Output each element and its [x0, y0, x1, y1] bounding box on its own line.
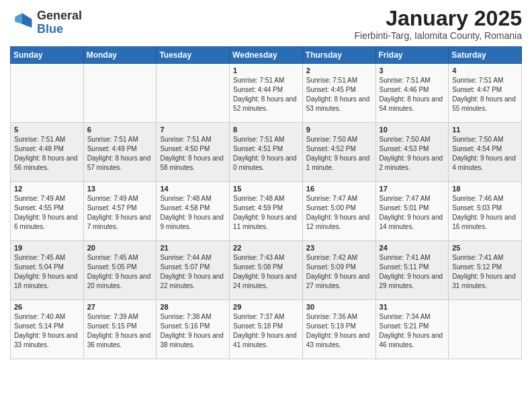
calendar-cell: 21Sunrise: 7:44 AMSunset: 5:07 PMDayligh…	[157, 241, 230, 300]
logo: General Blue	[10, 9, 82, 36]
day-number: 21	[160, 244, 226, 252]
weekday-header-sunday: Sunday	[11, 47, 84, 64]
day-content: Sunrise: 7:39 AMSunset: 5:15 PMDaylight:…	[87, 312, 153, 350]
day-number: 25	[452, 244, 518, 252]
calendar-week-4: 19Sunrise: 7:45 AMSunset: 5:04 PMDayligh…	[11, 241, 522, 300]
day-content: Sunrise: 7:37 AMSunset: 5:18 PMDaylight:…	[233, 312, 299, 350]
calendar-cell: 11Sunrise: 7:50 AMSunset: 4:54 PMDayligh…	[449, 123, 522, 182]
day-number: 17	[380, 185, 445, 193]
weekday-header-wednesday: Wednesday	[230, 47, 303, 64]
day-content: Sunrise: 7:42 AMSunset: 5:09 PMDaylight:…	[306, 253, 372, 291]
calendar-cell: 29Sunrise: 7:37 AMSunset: 5:18 PMDayligh…	[230, 300, 303, 359]
calendar-cell	[157, 64, 230, 123]
calendar-cell: 10Sunrise: 7:50 AMSunset: 4:53 PMDayligh…	[375, 123, 449, 182]
day-number: 30	[306, 303, 372, 311]
day-content: Sunrise: 7:51 AMSunset: 4:51 PMDaylight:…	[233, 135, 299, 173]
day-number: 14	[160, 185, 226, 193]
day-content: Sunrise: 7:50 AMSunset: 4:52 PMDaylight:…	[306, 135, 372, 173]
day-content: Sunrise: 7:47 AMSunset: 5:00 PMDaylight:…	[306, 194, 372, 232]
calendar-cell: 13Sunrise: 7:49 AMSunset: 4:57 PMDayligh…	[83, 182, 157, 241]
day-number: 4	[452, 66, 518, 75]
day-number: 2	[306, 66, 372, 75]
calendar-body: 1Sunrise: 7:51 AMSunset: 4:44 PMDaylight…	[11, 64, 522, 359]
day-content: Sunrise: 7:51 AMSunset: 4:44 PMDaylight:…	[233, 76, 299, 113]
day-number: 7	[160, 126, 226, 134]
day-content: Sunrise: 7:45 AMSunset: 5:04 PMDaylight:…	[14, 253, 80, 291]
day-content: Sunrise: 7:48 AMSunset: 4:59 PMDaylight:…	[233, 194, 299, 232]
calendar-cell: 1Sunrise: 7:51 AMSunset: 4:44 PMDaylight…	[230, 64, 303, 123]
day-content: Sunrise: 7:49 AMSunset: 4:55 PMDaylight:…	[14, 194, 80, 232]
weekday-header-monday: Monday	[83, 47, 157, 64]
day-content: Sunrise: 7:50 AMSunset: 4:53 PMDaylight:…	[380, 135, 445, 173]
calendar-cell: 16Sunrise: 7:47 AMSunset: 5:00 PMDayligh…	[302, 182, 375, 241]
logo-icon	[10, 11, 34, 35]
calendar-cell: 4Sunrise: 7:51 AMSunset: 4:47 PMDaylight…	[449, 64, 522, 123]
day-content: Sunrise: 7:41 AMSunset: 5:12 PMDaylight:…	[452, 253, 518, 291]
day-number: 9	[306, 126, 372, 134]
day-content: Sunrise: 7:47 AMSunset: 5:01 PMDaylight:…	[380, 194, 445, 232]
calendar-cell: 23Sunrise: 7:42 AMSunset: 5:09 PMDayligh…	[302, 241, 375, 300]
calendar-cell: 8Sunrise: 7:51 AMSunset: 4:51 PMDaylight…	[230, 123, 303, 182]
calendar-cell: 14Sunrise: 7:48 AMSunset: 4:58 PMDayligh…	[157, 182, 230, 241]
logo-general-text: General	[37, 9, 82, 23]
day-content: Sunrise: 7:50 AMSunset: 4:54 PMDaylight:…	[452, 135, 518, 173]
calendar-week-1: 1Sunrise: 7:51 AMSunset: 4:44 PMDaylight…	[11, 64, 522, 123]
title-block: January 2025 Fierbinti-Targ, Ialomita Co…	[354, 7, 522, 41]
weekday-header-saturday: Saturday	[449, 47, 522, 64]
day-content: Sunrise: 7:41 AMSunset: 5:11 PMDaylight:…	[380, 253, 445, 291]
day-number: 11	[452, 126, 518, 134]
calendar-week-3: 12Sunrise: 7:49 AMSunset: 4:55 PMDayligh…	[11, 182, 522, 241]
logo-text: General Blue	[37, 9, 82, 36]
day-content: Sunrise: 7:51 AMSunset: 4:49 PMDaylight:…	[87, 135, 153, 173]
calendar-cell: 30Sunrise: 7:36 AMSunset: 5:19 PMDayligh…	[302, 300, 375, 359]
calendar-cell: 15Sunrise: 7:48 AMSunset: 4:59 PMDayligh…	[230, 182, 303, 241]
day-number: 27	[87, 303, 153, 311]
calendar-cell	[449, 300, 522, 359]
day-number: 20	[87, 244, 153, 252]
day-number: 26	[14, 303, 80, 311]
day-content: Sunrise: 7:34 AMSunset: 5:21 PMDaylight:…	[380, 312, 445, 350]
weekday-header-friday: Friday	[375, 47, 449, 64]
calendar-cell: 12Sunrise: 7:49 AMSunset: 4:55 PMDayligh…	[11, 182, 84, 241]
day-content: Sunrise: 7:48 AMSunset: 4:58 PMDaylight:…	[160, 194, 226, 232]
logo-blue-text: Blue	[37, 23, 82, 36]
page-title: January 2025	[354, 7, 522, 30]
calendar-cell: 5Sunrise: 7:51 AMSunset: 4:48 PMDaylight…	[11, 123, 84, 182]
calendar-cell: 22Sunrise: 7:43 AMSunset: 5:08 PMDayligh…	[230, 241, 303, 300]
day-number: 3	[380, 66, 445, 75]
calendar-cell: 17Sunrise: 7:47 AMSunset: 5:01 PMDayligh…	[375, 182, 449, 241]
day-content: Sunrise: 7:43 AMSunset: 5:08 PMDaylight:…	[233, 253, 299, 291]
calendar-cell: 3Sunrise: 7:51 AMSunset: 4:46 PMDaylight…	[375, 64, 449, 123]
page-subtitle: Fierbinti-Targ, Ialomita County, Romania	[354, 30, 522, 41]
calendar-cell: 9Sunrise: 7:50 AMSunset: 4:52 PMDaylight…	[302, 123, 375, 182]
calendar-table: SundayMondayTuesdayWednesdayThursdayFrid…	[10, 46, 522, 359]
day-number: 18	[452, 185, 518, 193]
day-content: Sunrise: 7:40 AMSunset: 5:14 PMDaylight:…	[14, 312, 80, 350]
calendar-header: SundayMondayTuesdayWednesdayThursdayFrid…	[11, 47, 522, 64]
calendar-week-5: 26Sunrise: 7:40 AMSunset: 5:14 PMDayligh…	[11, 300, 522, 359]
calendar-cell: 18Sunrise: 7:46 AMSunset: 5:03 PMDayligh…	[449, 182, 522, 241]
calendar-cell: 20Sunrise: 7:45 AMSunset: 5:05 PMDayligh…	[83, 241, 157, 300]
day-number: 15	[233, 185, 299, 193]
day-number: 24	[380, 244, 445, 252]
calendar-cell: 25Sunrise: 7:41 AMSunset: 5:12 PMDayligh…	[449, 241, 522, 300]
day-content: Sunrise: 7:49 AMSunset: 4:57 PMDaylight:…	[87, 194, 153, 232]
day-number: 12	[14, 185, 80, 193]
day-content: Sunrise: 7:51 AMSunset: 4:50 PMDaylight:…	[160, 135, 226, 173]
weekday-header-thursday: Thursday	[302, 47, 375, 64]
day-content: Sunrise: 7:38 AMSunset: 5:16 PMDaylight:…	[160, 312, 226, 350]
calendar-week-2: 5Sunrise: 7:51 AMSunset: 4:48 PMDaylight…	[11, 123, 522, 182]
day-number: 23	[306, 244, 372, 252]
calendar-cell: 7Sunrise: 7:51 AMSunset: 4:50 PMDaylight…	[157, 123, 230, 182]
day-number: 5	[14, 126, 80, 134]
calendar-cell: 6Sunrise: 7:51 AMSunset: 4:49 PMDaylight…	[83, 123, 157, 182]
day-content: Sunrise: 7:45 AMSunset: 5:05 PMDaylight:…	[87, 253, 153, 291]
page-header: General Blue January 2025 Fierbinti-Targ…	[10, 7, 522, 41]
day-number: 19	[14, 244, 80, 252]
day-content: Sunrise: 7:51 AMSunset: 4:47 PMDaylight:…	[452, 76, 518, 113]
day-content: Sunrise: 7:51 AMSunset: 4:45 PMDaylight:…	[306, 76, 372, 113]
day-number: 6	[87, 126, 153, 134]
calendar-cell: 31Sunrise: 7:34 AMSunset: 5:21 PMDayligh…	[375, 300, 449, 359]
calendar-cell: 2Sunrise: 7:51 AMSunset: 4:45 PMDaylight…	[302, 64, 375, 123]
calendar-cell: 27Sunrise: 7:39 AMSunset: 5:15 PMDayligh…	[83, 300, 157, 359]
